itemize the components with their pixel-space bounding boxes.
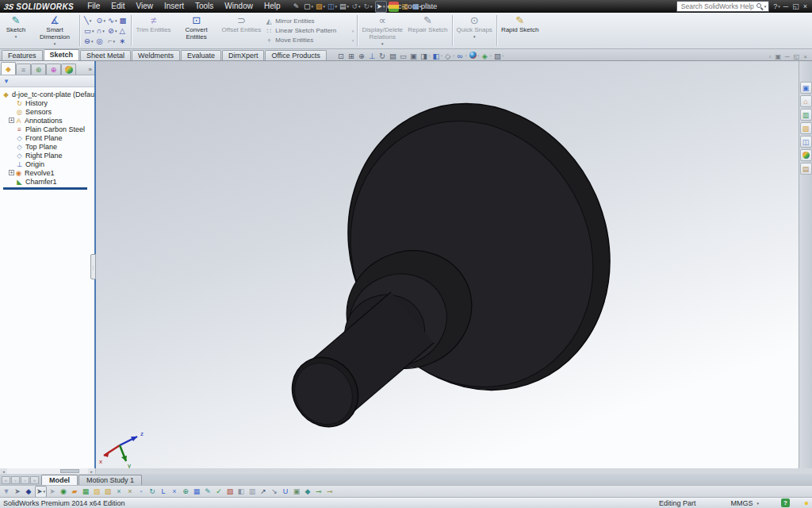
bottom-toolbar-icon[interactable]: × xyxy=(125,487,136,497)
bottom-toolbar-icon[interactable]: L xyxy=(159,487,169,497)
menu-item[interactable]: Insert xyxy=(159,0,190,13)
quick-access-icon[interactable]: ➤▾ xyxy=(375,1,387,13)
scroll-left-arrow-icon[interactable]: ◂ xyxy=(0,468,7,474)
task-pane-tab[interactable]: ▣ xyxy=(800,82,812,94)
status-help-icon[interactable]: ? xyxy=(781,498,790,507)
tree-item[interactable]: ◣ Chamfer1 xyxy=(2,177,94,186)
view-tool-icon[interactable]: ⊞ xyxy=(347,50,357,60)
quick-access-icon[interactable]: ✎ xyxy=(292,2,302,12)
quick-access-icon[interactable]: ▥ xyxy=(400,2,411,12)
bottom-toolbar-icon[interactable]: ➤▾ xyxy=(35,486,47,498)
command-tab[interactable]: Weldments xyxy=(132,50,180,60)
units-selector[interactable]: MMGS xyxy=(730,499,753,507)
task-pane-tab[interactable] xyxy=(800,149,812,161)
bottom-toolbar-icon[interactable]: ➤ xyxy=(48,487,58,497)
view-tool-icon[interactable]: ◇▾ xyxy=(444,50,456,60)
document-window-button[interactable]: ▫ xyxy=(769,53,772,60)
smart-dimension-button[interactable]: ∡ Smart Dimension ▾ xyxy=(32,13,78,48)
bottom-toolbar-icon[interactable]: ◆ xyxy=(303,487,313,497)
sketch-entity-button[interactable]: ∗ xyxy=(119,36,127,46)
search-input[interactable] xyxy=(680,2,756,11)
view-tool-icon[interactable]: ▧▾ xyxy=(493,50,505,60)
quick-access-icon[interactable] xyxy=(389,2,399,12)
sketch-entity-button[interactable]: ∩▾ xyxy=(97,25,105,36)
bottom-toolbar-icon[interactable]: ⊸ xyxy=(314,487,324,497)
view-tool-icon[interactable]: ∞▾ xyxy=(457,50,469,60)
document-window-button[interactable]: ▣ xyxy=(776,53,782,60)
linear-sketch-pattern-button[interactable]: ∷ Linear Sketch Pattern ▾ xyxy=(265,27,354,35)
graphics-viewport[interactable]: x z y xyxy=(96,61,799,468)
manager-tab[interactable] xyxy=(61,64,76,75)
bottom-toolbar-icon[interactable]: × xyxy=(170,487,180,497)
view-tool-icon[interactable]: ◧▾ xyxy=(432,50,444,60)
units-caret-icon[interactable]: ▾ xyxy=(756,501,759,506)
bottom-toolbar-icon[interactable]: ▰ xyxy=(70,487,80,497)
view-tool-icon[interactable]: ▣ xyxy=(409,50,419,60)
tree-item[interactable]: ≡ Plain Carbon Steel xyxy=(2,125,94,133)
command-tab[interactable]: DimXpert xyxy=(222,50,265,60)
bottom-toolbar-icon[interactable]: ↘ xyxy=(270,487,280,497)
search-caret-icon[interactable]: ▾ xyxy=(764,4,767,9)
sketch-entity-button[interactable]: ▭▾ xyxy=(84,25,94,36)
tree-filter-bar[interactable]: ▼ xyxy=(0,75,94,87)
manager-tab[interactable]: ⊕ xyxy=(46,64,61,75)
document-window-button[interactable]: ─ xyxy=(785,53,790,60)
quick-access-icon[interactable]: ▤▾ xyxy=(339,2,350,12)
bottom-toolbar-icon[interactable]: U xyxy=(281,487,291,497)
tree-item[interactable]: ⊥ Origin xyxy=(2,160,94,168)
tab-nav-arrow-icon[interactable]: « xyxy=(2,476,10,484)
tree-item[interactable]: ↻ History xyxy=(2,98,94,107)
bottom-toolbar-icon[interactable]: ▦ xyxy=(81,487,91,497)
panel-expand-chevron-icon[interactable]: » xyxy=(86,66,94,75)
tree-horizontal-scrollbar[interactable]: ◂ ▸ xyxy=(0,468,96,474)
tree-item[interactable]: + A Annotations xyxy=(2,116,94,125)
tree-item[interactable]: ◎ Sensors xyxy=(2,107,94,116)
view-tool-icon[interactable]: ⊕ xyxy=(358,50,367,60)
scrollbar-thumb[interactable] xyxy=(60,469,79,473)
menu-item[interactable]: View xyxy=(130,0,159,13)
quick-access-icon[interactable]: ✎ xyxy=(424,2,435,12)
tree-item[interactable]: ◇ Top Plane xyxy=(2,142,94,151)
bottom-toolbar-icon[interactable]: ⊕ xyxy=(181,487,191,497)
bottom-toolbar-icon[interactable]: ▦ xyxy=(192,487,202,497)
quick-access-icon[interactable]: ↻▾ xyxy=(363,2,373,12)
tree-root-item[interactable]: ◆ d-joe_tc-cont-plate (Default<<D xyxy=(2,90,94,98)
task-pane-tab[interactable]: ⌂ xyxy=(800,95,812,107)
tab-nav-arrow-icon[interactable]: › xyxy=(21,476,29,484)
manager-tab[interactable]: ⊛ xyxy=(31,64,46,75)
model-tab[interactable]: Motion Study 1 xyxy=(79,475,142,485)
dropdown-caret-icon[interactable]: ▾ xyxy=(352,29,354,33)
document-window-button[interactable]: × xyxy=(803,53,807,60)
search-icon[interactable] xyxy=(756,2,764,10)
quick-snaps-button[interactable]: ⊙ Quick Snaps ▾ xyxy=(454,13,495,48)
view-tool-icon[interactable]: ▾ xyxy=(469,50,481,60)
tree-item[interactable]: ◇ Right Plane xyxy=(2,151,94,160)
manager-tab[interactable]: ◆ xyxy=(1,62,16,75)
bottom-toolbar-icon[interactable]: ▼ xyxy=(2,487,12,497)
quick-access-icon[interactable]: ◫▾ xyxy=(327,2,338,12)
rapid-sketch-button[interactable]: ✎ Rapid Sketch xyxy=(499,13,542,48)
window-control-button[interactable]: ─ xyxy=(783,2,789,10)
bottom-toolbar-icon[interactable]: ➤ xyxy=(13,487,23,497)
bottom-toolbar-icon[interactable]: ▨ xyxy=(92,487,102,497)
model-part[interactable] xyxy=(279,61,655,439)
dropdown-caret-icon[interactable]: ▾ xyxy=(54,41,56,46)
view-tool-icon[interactable]: ⊥ xyxy=(368,50,377,60)
menu-item[interactable]: File xyxy=(82,0,105,13)
sketch-entity-button[interactable]: ⊘▾ xyxy=(108,25,117,36)
dropdown-caret-icon[interactable]: ▾ xyxy=(352,38,354,43)
expand-toggle[interactable]: + xyxy=(9,170,14,175)
bottom-toolbar-icon[interactable]: ▥ xyxy=(247,487,258,497)
bottom-toolbar-icon[interactable]: ✓ xyxy=(214,487,224,497)
command-tab[interactable]: Features xyxy=(2,50,43,60)
task-pane-tab[interactable]: ▨ xyxy=(800,122,812,134)
sketch-entity-button[interactable]: ⊙▾ xyxy=(97,15,105,25)
quick-access-icon[interactable]: ▨▾ xyxy=(316,2,326,12)
bottom-toolbar-icon[interactable]: ◉ xyxy=(59,487,69,497)
sketch-entity-button[interactable]: ⌐▾ xyxy=(108,36,117,46)
bottom-toolbar-icon[interactable]: ◦ xyxy=(136,487,147,497)
trim-entities-button[interactable]: ≠ Trim Entities xyxy=(133,13,173,48)
menu-item[interactable]: Edit xyxy=(105,0,130,13)
model-tab[interactable]: Model xyxy=(41,475,78,485)
dropdown-caret-icon[interactable]: ▾ xyxy=(381,41,384,46)
